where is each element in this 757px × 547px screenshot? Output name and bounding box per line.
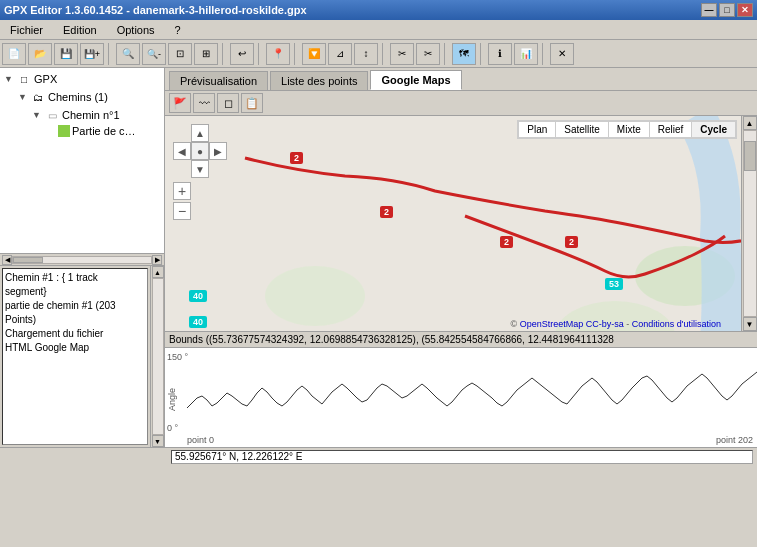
nav-up[interactable]: ▲ [191, 124, 209, 142]
maximize-button[interactable]: □ [719, 3, 735, 17]
map-flag-btn[interactable]: 🚩 [169, 93, 191, 113]
log-scroll-up[interactable]: ▲ [152, 266, 164, 278]
tree-node-chemin1[interactable]: ▼ ▭ Chemin n°1 [2, 106, 162, 124]
log-line-1: Chemin #1 : { 1 track [5, 271, 145, 285]
log-scroll-down[interactable]: ▼ [152, 435, 164, 447]
map-toolbar: 🚩 〰 ◻ 📋 [165, 90, 757, 116]
toolbar-map[interactable]: 🗺 [452, 43, 476, 65]
map-scroll-down[interactable]: ▼ [743, 317, 757, 331]
bounds-text: Bounds ((55.73677574324392, 12.069885473… [169, 334, 614, 345]
toolbar-close[interactable]: ✕ [550, 43, 574, 65]
main-layout: ▼ □ GPX ▼ 🗂 Chemins (1) ▼ ▭ Chemin n°1 ▶… [0, 68, 757, 447]
nav-center[interactable]: ● [191, 142, 209, 160]
toolbar-zoom-sel[interactable]: ⊞ [194, 43, 218, 65]
separator-6 [444, 43, 448, 65]
toolbar-zoom-out[interactable]: 🔍- [142, 43, 166, 65]
separator-4 [294, 43, 298, 65]
toolbar-edit1[interactable]: ✂ [390, 43, 414, 65]
map-type-relief[interactable]: Relief [649, 121, 692, 138]
zoom-out-btn[interactable]: − [173, 202, 191, 220]
map-background: Jyllinge Bistrup POWERED BY Google 2 2 [165, 116, 741, 331]
separator-3 [258, 43, 262, 65]
separator-7 [480, 43, 484, 65]
map-waypoint-btn[interactable]: ◻ [217, 93, 239, 113]
map-type-cycle[interactable]: Cycle [691, 121, 736, 138]
chart-max-label: 150 ° [167, 352, 188, 362]
road-badge-2c: 2 [500, 236, 513, 248]
map-type-mixte[interactable]: Mixte [608, 121, 649, 138]
tree-node-chemins[interactable]: ▼ 🗂 Chemins (1) [2, 88, 162, 106]
tabs: Prévisualisation Liste des points Google… [165, 68, 757, 90]
toolbar-info[interactable]: ℹ [488, 43, 512, 65]
tree-node-gpx[interactable]: ▼ □ GPX [2, 70, 162, 88]
toolbar-new[interactable]: 📄 [2, 43, 26, 65]
cc-link[interactable]: CC-by-sa [586, 319, 624, 329]
toolbar-edit2[interactable]: ✂ [416, 43, 440, 65]
chart-y-label: Angle [167, 388, 177, 411]
log-line-3: partie de chemin #1 (203 [5, 299, 145, 313]
menu-fichier[interactable]: Fichier [4, 22, 49, 38]
tab-google-maps[interactable]: Google Maps [370, 70, 461, 90]
hscroll-thumb[interactable] [13, 257, 43, 263]
osm-link[interactable]: OpenStreetMap [520, 319, 584, 329]
svg-point-4 [265, 266, 365, 326]
hscroll-left[interactable]: ◀ [2, 255, 12, 265]
nav-down[interactable]: ▼ [191, 160, 209, 178]
log-line-2: segment} [5, 285, 145, 299]
toolbar-zoom-fit[interactable]: ⊡ [168, 43, 192, 65]
toolbar-waypoint[interactable]: 📍 [266, 43, 290, 65]
road-badge-2d: 2 [565, 236, 578, 248]
road-badge-2a: 2 [290, 152, 303, 164]
expand-chemins[interactable]: ▼ [18, 92, 30, 102]
hscroll-right[interactable]: ▶ [152, 255, 162, 265]
toolbar-open[interactable]: 📂 [28, 43, 52, 65]
separator-5 [382, 43, 386, 65]
partie-icon [58, 125, 70, 137]
chemins-label: Chemins (1) [48, 91, 108, 103]
map-type-plan[interactable]: Plan [518, 121, 555, 138]
toolbar-filter3[interactable]: ↕ [354, 43, 378, 65]
title-bar: GPX Editor 1.3.60.1452 - danemark-3-hill… [0, 0, 757, 20]
tab-points[interactable]: Liste des points [270, 71, 368, 90]
map-type-buttons: Plan Satellite Mixte Relief Cycle [517, 120, 737, 139]
log-line-6: HTML Google Map [5, 341, 145, 355]
toolbar-filter2[interactable]: ⊿ [328, 43, 352, 65]
toolbar-save2[interactable]: 💾+ [80, 43, 104, 65]
minimize-button[interactable]: — [701, 3, 717, 17]
map-svg: Jyllinge Bistrup POWERED BY Google [165, 116, 741, 331]
menu-help[interactable]: ? [169, 22, 187, 38]
menu-edition[interactable]: Edition [57, 22, 103, 38]
toolbar-undo[interactable]: ↩ [230, 43, 254, 65]
tree-node-partie[interactable]: ▶ Partie de c… [2, 124, 162, 138]
separator-2 [222, 43, 226, 65]
close-button[interactable]: ✕ [737, 3, 753, 17]
map-scroll-thumb[interactable] [744, 141, 756, 171]
toolbar-filter[interactable]: 🔽 [302, 43, 326, 65]
road-badge-40a: 40 [189, 290, 207, 302]
toolbar-zoom-in[interactable]: 🔍 [116, 43, 140, 65]
toolbar-save[interactable]: 💾 [54, 43, 78, 65]
map-scroll-up[interactable]: ▲ [743, 116, 757, 130]
expand-gpx[interactable]: ▼ [4, 74, 16, 84]
expand-chemin1[interactable]: ▼ [32, 110, 44, 120]
nav-controls: ▲ ◀ ● ▶ ▼ + − [173, 124, 227, 220]
nav-right[interactable]: ▶ [209, 142, 227, 160]
map-export-btn[interactable]: 📋 [241, 93, 263, 113]
chart-area: 150 ° 0 ° Angle point 0 point 202 [165, 347, 757, 447]
map-container[interactable]: Jyllinge Bistrup POWERED BY Google 2 2 [165, 116, 757, 331]
map-type-satellite[interactable]: Satellite [555, 121, 608, 138]
map-scrollbar: ▲ ▼ [741, 116, 757, 331]
menu-options[interactable]: Options [111, 22, 161, 38]
tab-preview[interactable]: Prévisualisation [169, 71, 268, 90]
tree-hscrollbar[interactable]: ◀ ▶ [0, 254, 164, 266]
chemins-icon: 🗂 [30, 89, 46, 105]
map-track-btn[interactable]: 〰 [193, 93, 215, 113]
map-scroll-track[interactable] [743, 130, 757, 317]
toolbar-stats[interactable]: 📊 [514, 43, 538, 65]
partie-label: Partie de c… [72, 125, 136, 137]
status-coordinates: 55.925671° N, 12.226122° E [171, 450, 753, 464]
chart-x-start: point 0 [187, 435, 214, 445]
terms-link[interactable]: Conditions d'utilisation [632, 319, 721, 329]
nav-left[interactable]: ◀ [173, 142, 191, 160]
zoom-in-btn[interactable]: + [173, 182, 191, 200]
